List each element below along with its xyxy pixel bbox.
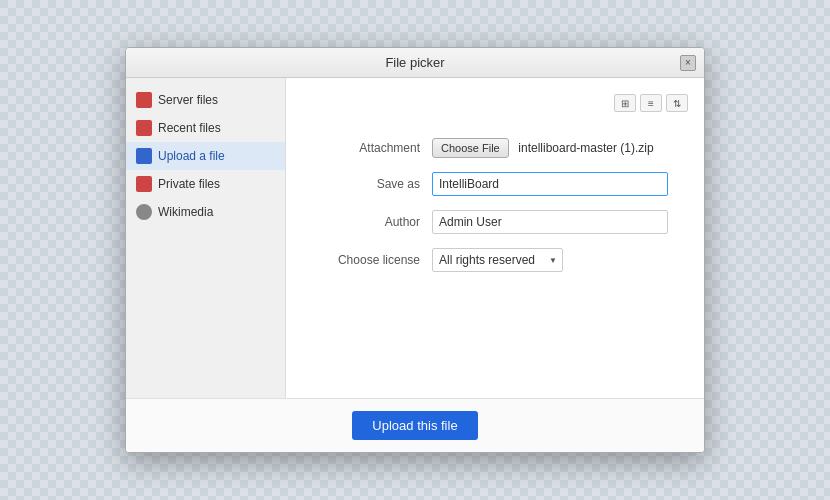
close-button[interactable]: × — [680, 55, 696, 71]
sidebar-item-server-files[interactable]: Server files — [126, 86, 285, 114]
attachment-label: Attachment — [322, 141, 432, 155]
author-row: Author — [322, 210, 668, 234]
list-icon: ≡ — [648, 98, 654, 109]
recent-files-icon — [136, 120, 152, 136]
grid-view-button[interactable]: ⊞ — [614, 94, 636, 112]
upload-button[interactable]: Upload this file — [352, 411, 477, 440]
grid-icon: ⊞ — [621, 98, 629, 109]
sidebar-label-server: Server files — [158, 93, 218, 107]
sidebar-label-wikimedia: Wikimedia — [158, 205, 213, 219]
sidebar-label-upload: Upload a file — [158, 149, 225, 163]
author-label: Author — [322, 215, 432, 229]
file-picker-dialog: File picker × Server files Recent files — [125, 47, 705, 453]
upload-file-icon — [136, 148, 152, 164]
sidebar: Server files Recent files Upload a file … — [126, 78, 286, 398]
save-as-control — [432, 172, 668, 196]
private-files-icon — [136, 176, 152, 192]
server-files-icon — [136, 92, 152, 108]
upload-form: Attachment Choose File intelliboard-mast… — [302, 128, 688, 382]
sidebar-item-wikimedia[interactable]: Wikimedia — [126, 198, 285, 226]
sidebar-item-private-files[interactable]: Private files — [126, 170, 285, 198]
main-content: ⊞ ≡ ⇅ Attachment Choose File — [286, 78, 704, 398]
save-as-row: Save as — [322, 172, 668, 196]
author-input[interactable] — [432, 210, 668, 234]
dialog-title: File picker — [385, 55, 444, 70]
license-control: All rights reserved Creative Commons Pub… — [432, 248, 668, 272]
sidebar-label-private: Private files — [158, 177, 220, 191]
sidebar-item-upload-file[interactable]: Upload a file — [126, 142, 285, 170]
dialog-titlebar: File picker × — [126, 48, 704, 78]
license-row: Choose license All rights reserved Creat… — [322, 248, 668, 272]
wikimedia-icon — [136, 204, 152, 220]
file-name-display: intelliboard-master (1).zip — [518, 141, 653, 155]
choose-file-button[interactable]: Choose File — [432, 138, 509, 158]
save-as-label: Save as — [322, 177, 432, 191]
view-toolbar: ⊞ ≡ ⇅ — [302, 94, 688, 112]
list-view-button[interactable]: ≡ — [640, 94, 662, 112]
license-label: Choose license — [322, 253, 432, 267]
dialog-body: Server files Recent files Upload a file … — [126, 78, 704, 398]
license-select-wrapper: All rights reserved Creative Commons Pub… — [432, 248, 563, 272]
save-as-input[interactable] — [432, 172, 668, 196]
sort-button[interactable]: ⇅ — [666, 94, 688, 112]
dialog-footer: Upload this file — [126, 398, 704, 452]
sidebar-label-recent: Recent files — [158, 121, 221, 135]
sort-icon: ⇅ — [673, 98, 681, 109]
license-select[interactable]: All rights reserved Creative Commons Pub… — [432, 248, 563, 272]
attachment-control: Choose File intelliboard-master (1).zip — [432, 138, 668, 158]
attachment-row: Attachment Choose File intelliboard-mast… — [322, 138, 668, 158]
author-control — [432, 210, 668, 234]
sidebar-item-recent-files[interactable]: Recent files — [126, 114, 285, 142]
